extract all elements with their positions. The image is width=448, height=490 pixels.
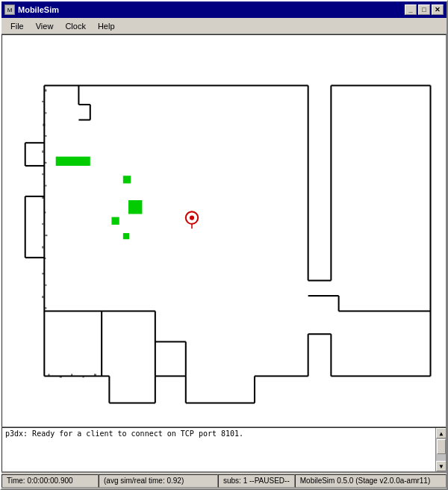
status-version: MobileSim 0.5.0 (Stage v2.0.0a-amr11) (295, 474, 447, 488)
svg-rect-45 (44, 162, 46, 164)
svg-rect-65 (128, 200, 142, 214)
scroll-down-button[interactable]: ▼ (436, 461, 447, 471)
svg-rect-42 (43, 124, 45, 126)
svg-rect-44 (42, 150, 43, 152)
svg-rect-63 (56, 157, 90, 166)
scroll-track[interactable] (436, 438, 446, 461)
app-window: M MobileSim _ □ ✕ File View Clock Help (0, 0, 448, 490)
svg-rect-57 (44, 307, 46, 308)
svg-rect-67 (123, 233, 129, 239)
svg-rect-39 (44, 90, 46, 92)
svg-rect-46 (42, 173, 43, 175)
titlebar: M MobileSim _ □ ✕ (1, 1, 447, 18)
status-time: Time: 0:0:00:00.900 (1, 474, 99, 488)
svg-rect-56 (42, 296, 43, 298)
scrollbar-vertical[interactable]: ▲ ▼ (435, 428, 446, 471)
scroll-thumb[interactable] (437, 439, 446, 454)
svg-rect-43 (45, 135, 46, 137)
svg-rect-58 (48, 374, 49, 376)
log-area: p3dx: Ready for a client to connect on T… (1, 427, 447, 472)
map-area[interactable] (1, 34, 447, 427)
menu-help[interactable]: Help (92, 20, 121, 32)
statusbar: Time: 0:0:00:00.900 (avg sim/real time: … (1, 472, 447, 489)
svg-rect-41 (45, 112, 46, 114)
svg-rect-59 (60, 376, 62, 378)
svg-rect-51 (45, 235, 47, 236)
menu-clock[interactable]: Clock (59, 20, 92, 32)
svg-rect-55 (45, 285, 46, 286)
main-content: p3dx: Ready for a client to connect on T… (1, 34, 447, 489)
log-message: p3dx: Ready for a client to connect on T… (5, 429, 243, 438)
scroll-up-button[interactable]: ▲ (436, 428, 447, 438)
svg-rect-53 (44, 258, 46, 259)
svg-rect-40 (42, 101, 43, 102)
svg-rect-48 (42, 196, 44, 199)
status-sim-real: (avg sim/real time: 0.92) (99, 474, 218, 488)
svg-rect-49 (44, 211, 46, 213)
minimize-button[interactable]: _ (405, 4, 417, 15)
svg-point-69 (190, 216, 194, 220)
titlebar-left: M MobileSim (4, 4, 59, 15)
svg-rect-62 (94, 374, 96, 376)
titlebar-buttons: _ □ ✕ (405, 4, 444, 15)
window-title: MobileSim (18, 5, 59, 14)
svg-rect-54 (42, 273, 44, 274)
menu-view[interactable]: View (30, 20, 60, 32)
close-button[interactable]: ✕ (432, 4, 444, 15)
svg-rect-60 (71, 374, 72, 376)
status-subs: subs: 1 --PAUSED-- (218, 474, 295, 488)
svg-rect-47 (45, 185, 46, 187)
menu-file[interactable]: File (4, 20, 30, 32)
floorplan-svg (2, 35, 446, 427)
svg-rect-64 (123, 176, 131, 183)
svg-rect-50 (42, 223, 43, 225)
maximize-button[interactable]: □ (418, 4, 430, 15)
app-icon: M (4, 4, 15, 15)
menubar: File View Clock Help (1, 18, 447, 34)
svg-rect-52 (42, 246, 43, 248)
svg-rect-66 (111, 217, 119, 225)
svg-rect-61 (83, 376, 84, 378)
